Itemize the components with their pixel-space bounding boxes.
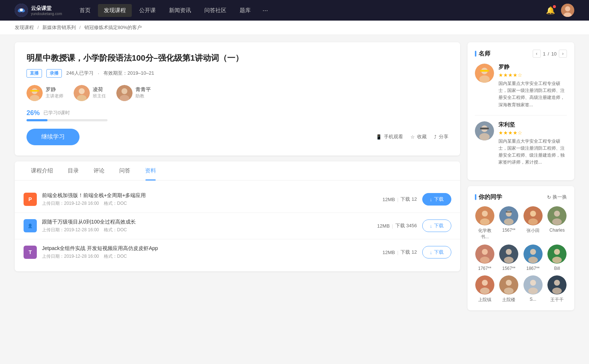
breadcrumb-discover[interactable]: 发现课程 xyxy=(15,25,34,30)
file-sep-2: | xyxy=(392,223,393,229)
main-nav: 首页 发现课程 公开课 新闻资讯 问答社区 题库 ··· xyxy=(74,4,535,17)
progress-desc: 已学习0课时 xyxy=(43,110,70,116)
svg-point-55 xyxy=(530,280,536,286)
students-card: 你的同学 ↻ 换一换 化学教书... xyxy=(468,186,574,310)
file-meta-3: 上传日期：2019-12-28 16:00 格式：DOC xyxy=(42,253,360,260)
svg-rect-29 xyxy=(506,211,512,213)
student-name-2: 1567** xyxy=(502,228,515,233)
file-stats-1: 12MB | 下载 12 xyxy=(366,196,417,203)
teacher-3-name: 青青平 xyxy=(135,86,151,93)
student-avatar-3 xyxy=(523,206,543,225)
svg-rect-8 xyxy=(30,90,39,92)
file-info-1: 前端全栈加强版！前端全栈+全周期+多端应用 上传日期：2019-12-28 16… xyxy=(42,192,360,207)
nav-quiz[interactable]: 题库 xyxy=(234,4,257,17)
breadcrumb-series[interactable]: 新媒体营销系列 xyxy=(42,25,76,30)
logo[interactable]: 云朵课堂 yundouketang.com xyxy=(15,4,63,17)
download-icon-2: ↓ xyxy=(430,223,433,229)
nav-qa[interactable]: 问答社区 xyxy=(198,4,232,17)
progress-section: 26% 已学习0课时 xyxy=(27,109,448,121)
student-name-3: 张小田 xyxy=(526,228,540,234)
course-title: 明星中教授课，小学阶段语法100分–强化级第1讲动词（一） xyxy=(27,53,448,64)
teacher-1-role: 主讲老师 xyxy=(46,93,63,99)
svg-point-25 xyxy=(480,218,490,225)
user-avatar-header[interactable] xyxy=(561,4,574,17)
svg-point-13 xyxy=(121,88,127,94)
teacher-card-avatar-1 xyxy=(475,64,494,83)
nav-discover[interactable]: 发现课程 xyxy=(98,4,132,17)
valid-until: 有效期至：2019–10–21 xyxy=(103,70,154,76)
progress-bar-fill xyxy=(27,119,47,121)
file-sep-3: | xyxy=(397,250,398,255)
main-layout: 明星中教授课，小学阶段语法100分–强化级第1讲动词（一） 直播 录播 246人… xyxy=(0,35,589,324)
svg-point-17 xyxy=(479,75,490,83)
file-name-3: Jetpack全组件实战 开发短视频应用高仿皮皮虾App xyxy=(42,245,360,252)
svg-point-1 xyxy=(20,8,23,11)
file-format-2: 格式：DOC xyxy=(104,227,127,232)
notification-dot xyxy=(553,5,556,8)
teachers-card: 名师 ‹ 1 / 10 › xyxy=(468,42,574,180)
teacher-1: 罗静 主讲老师 xyxy=(27,85,63,101)
tab-intro[interactable]: 课程介绍 xyxy=(24,161,60,180)
svg-point-40 xyxy=(506,249,512,255)
page-slash: / xyxy=(548,51,549,57)
download-button-2[interactable]: ↓ 下载 xyxy=(422,220,452,232)
nav-news[interactable]: 新闻资讯 xyxy=(163,4,197,17)
continue-button[interactable]: 继续学习 xyxy=(27,129,80,145)
logo-icon xyxy=(15,4,28,17)
download-button-1[interactable]: ↓ 下载 xyxy=(422,193,452,206)
student-avatar-4 xyxy=(547,206,567,225)
page-next[interactable]: › xyxy=(559,50,567,58)
svg-point-43 xyxy=(530,249,536,255)
progress-pct: 26% xyxy=(27,109,40,117)
file-sep-1: | xyxy=(397,197,398,202)
teacher-2: 凌荷 班主任 xyxy=(74,85,106,101)
file-meta-2: 上传日期：2019-12-28 16:00 格式：DOC xyxy=(42,227,360,233)
download-button-3[interactable]: ↓ 下载 xyxy=(422,246,452,258)
breadcrumb-sep-2: / xyxy=(79,25,82,30)
students-grid: 化学教书... 1567** xyxy=(475,206,567,303)
breadcrumb-current[interactable]: 销冠修炼术搞定80%的客户 xyxy=(84,25,142,30)
file-downloads-2: 下载 3456 xyxy=(395,222,417,229)
tab-qa[interactable]: 问答 xyxy=(112,161,138,180)
refresh-students-button[interactable]: ↻ 换一换 xyxy=(547,194,567,200)
progress-label: 26% 已学习0课时 xyxy=(27,109,448,117)
svg-point-47 xyxy=(552,257,562,263)
file-stats-2: 12MB | 下载 3456 xyxy=(366,222,417,229)
file-meta-1: 上传日期：2019-12-28 16:00 格式：DOC xyxy=(42,200,360,207)
file-size-3: 12MB xyxy=(382,250,395,255)
file-icon-3: T xyxy=(24,246,37,259)
student-name-11: S... xyxy=(530,297,536,302)
student-4: Charles xyxy=(547,206,567,240)
teacher-card-avatar-2 xyxy=(475,121,494,140)
collect-button[interactable]: ☆ 收藏 xyxy=(410,133,427,140)
header-right: 🔔 xyxy=(546,4,574,17)
nav-more[interactable]: ··· xyxy=(258,4,272,17)
student-10: 土院楼 xyxy=(499,275,519,303)
teacher-divider xyxy=(475,115,567,115)
tab-materials[interactable]: 资料 xyxy=(138,161,163,180)
course-meta: 直播 录播 246人已学习 · 有效期至：2019–10–21 xyxy=(27,69,448,78)
teacher-3-avatar xyxy=(116,85,133,101)
tab-catalog[interactable]: 目录 xyxy=(60,161,86,180)
notification-bell[interactable]: 🔔 xyxy=(546,6,555,15)
teacher-card-name-2: 宋利坚 xyxy=(498,121,567,128)
tab-comments[interactable]: 评论 xyxy=(86,161,112,180)
page-prev[interactable]: ‹ xyxy=(533,50,541,58)
nav-home[interactable]: 首页 xyxy=(74,4,96,17)
share-button[interactable]: ⤴ 分享 xyxy=(434,133,448,140)
file-item-1: P 前端全栈加强版！前端全栈+全周期+多端应用 上传日期：2019-12-28 … xyxy=(15,186,460,213)
mobile-view-button[interactable]: 📱 手机观看 xyxy=(376,133,403,140)
svg-point-3 xyxy=(565,6,570,11)
file-size-2: 12MB xyxy=(377,223,390,229)
student-8: Bill xyxy=(547,245,567,271)
file-info-3: Jetpack全组件实战 开发短视频应用高仿皮皮虾App 上传日期：2019-1… xyxy=(42,245,360,260)
teacher-2-info: 凌荷 班主任 xyxy=(93,86,106,99)
file-item-3: T Jetpack全组件实战 开发短视频应用高仿皮皮虾App 上传日期：2019… xyxy=(15,239,460,265)
nav-open[interactable]: 公开课 xyxy=(133,4,162,17)
student-name-5: 1767** xyxy=(478,266,491,271)
tabs-card: 课程介绍 目录 评论 问答 资料 P 前端全栈加强版！前端全栈+全周期+多端应用… xyxy=(15,161,460,271)
progress-bar-bg xyxy=(27,119,107,121)
svg-point-35 xyxy=(552,218,562,225)
student-5: 1767** xyxy=(475,245,495,271)
student-avatar-8 xyxy=(547,245,567,264)
